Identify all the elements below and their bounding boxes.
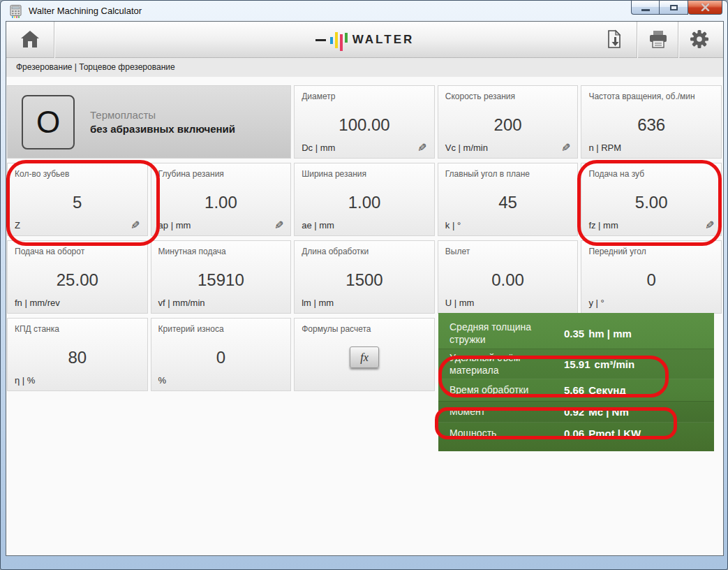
material-subtype: без абразивных включений xyxy=(90,123,235,135)
result-value: 0.35hm | mm xyxy=(564,328,632,339)
logo-bar-yellow xyxy=(335,32,338,48)
logo-bar-green xyxy=(345,33,348,43)
result-row-power: Мощность 0.06Pmot | KW xyxy=(438,423,714,444)
card-unit: % xyxy=(158,375,167,386)
export-button[interactable] xyxy=(596,23,632,55)
card-label: Главный угол в плане xyxy=(445,169,572,179)
card-machining-length: Длина обработки 1500 lm | mm xyxy=(294,240,435,314)
result-row-material-removal-rate: Удельный съём материала 15.91cm³/min xyxy=(438,349,714,379)
edit-pencil-icon[interactable]: ✎ xyxy=(274,219,283,232)
card-value: 15910 xyxy=(151,270,291,290)
card-unit: lm | mm xyxy=(302,298,334,308)
toolbar-separator xyxy=(637,22,637,58)
result-label: Мощность xyxy=(450,427,556,439)
toolbar-separator xyxy=(678,22,678,58)
card-unit: η | % xyxy=(15,375,35,386)
card-label: Длина обработки xyxy=(302,247,429,256)
card-value: 1.00 xyxy=(295,193,434,212)
card-spindle-speed: Частота вращения, об./мин 636 n | RPM xyxy=(581,85,722,159)
card-value: 80 xyxy=(8,348,147,367)
result-value: 0.92Mc | Nm xyxy=(564,406,629,418)
minimize-button[interactable] xyxy=(631,1,659,15)
breadcrumb: Фрезерование | Торцевое фрезерование xyxy=(6,58,723,77)
card-value: 636 xyxy=(581,115,721,135)
card-value: 5.00 xyxy=(581,193,721,212)
card-feed-per-tooth[interactable]: Подача на зуб 5.00 fz | mm ✎ xyxy=(581,163,722,236)
printer-icon xyxy=(648,30,668,48)
card-unit: ae | mm xyxy=(302,220,334,231)
card-label: Глубина резания xyxy=(158,169,285,179)
close-icon xyxy=(701,3,710,11)
card-depth-of-cut[interactable]: Глубина резания 1.00 ap | mm ✎ xyxy=(151,163,292,236)
card-label: Подача на оборот xyxy=(15,247,142,256)
card-value: 1500 xyxy=(295,270,434,290)
logo-wordmark: WALTER xyxy=(352,33,415,47)
card-value: 0.00 xyxy=(438,270,578,290)
gear-icon xyxy=(689,29,710,50)
result-label: Время обработки xyxy=(450,383,556,396)
edit-pencil-icon[interactable]: ✎ xyxy=(131,219,140,232)
card-value: 100.00 xyxy=(295,115,434,135)
result-row-torque: Момент 0.92Mc | Nm xyxy=(438,401,714,423)
card-feed-per-rev: Подача на оборот 25.00 fn | mm/rev xyxy=(7,240,148,314)
card-teeth-count[interactable]: Кол-во зубьев 5 Z ✎ xyxy=(7,163,148,236)
app-calculator-icon xyxy=(10,5,22,18)
result-row-machining-time: Время обработки 5.66Секунд xyxy=(438,379,714,401)
card-label: Вылет xyxy=(445,247,572,256)
card-machine-efficiency: КПД станка 80 η | % xyxy=(7,318,148,391)
card-unit: fn | mm/rev xyxy=(15,298,60,308)
export-document-icon xyxy=(606,29,623,49)
maximize-button[interactable] xyxy=(659,1,688,15)
card-label: Кол-во зубьев xyxy=(15,169,142,179)
card-wear-criterion: Критерий износа 0 % xyxy=(151,318,292,391)
card-value: 25.00 xyxy=(8,270,147,290)
card-unit: Vc | m/min xyxy=(445,142,488,153)
card-value: 0 xyxy=(581,270,721,290)
card-formulas: Формулы расчета fx xyxy=(294,318,435,391)
material-type: Термопласты xyxy=(90,109,235,121)
card-label: Диаметр xyxy=(302,92,429,101)
card-value: 5 xyxy=(8,193,147,212)
card-unit: Dc | mm xyxy=(302,142,335,153)
edit-pencil-icon[interactable]: ✎ xyxy=(417,141,426,154)
toolbar: WALTER xyxy=(6,22,723,58)
card-lead-angle: Главный угол в плане 45 k | ° xyxy=(438,163,579,236)
card-label: Подача на зуб xyxy=(588,169,715,179)
result-label: Удельный съём материала xyxy=(450,351,556,377)
minimize-icon xyxy=(641,9,650,11)
maximize-icon xyxy=(670,5,678,10)
print-button[interactable] xyxy=(640,23,676,55)
formulas-fx-button[interactable]: fx xyxy=(350,346,379,368)
window-controls xyxy=(631,1,722,15)
card-label: Скорость резания xyxy=(445,92,572,101)
card-unit: y | ° xyxy=(588,298,604,308)
result-value: 5.66Секунд xyxy=(564,384,626,396)
logo-bar-pink xyxy=(340,34,343,51)
edit-pencil-icon[interactable]: ✎ xyxy=(705,219,714,232)
card-unit: vf | mm/min xyxy=(158,298,205,308)
edit-pencil-icon[interactable]: ✎ xyxy=(561,141,570,154)
card-value: 45 xyxy=(438,193,578,212)
card-label: Частота вращения, об./мин xyxy=(588,92,715,101)
card-feed-rate: Минутная подача 15910 vf | mm/min xyxy=(151,240,292,314)
card-cutting-speed[interactable]: Скорость резания 200 Vc | m/min ✎ xyxy=(438,85,579,159)
results-panel: Средняя толщина стружки 0.35hm | mm Удел… xyxy=(438,313,714,451)
card-unit: U | mm xyxy=(445,298,475,308)
app-window: Walter Machining Calculator xyxy=(0,0,728,570)
material-card[interactable]: O Термопласты без абразивных включений xyxy=(7,85,291,159)
settings-button[interactable] xyxy=(681,23,718,55)
card-label: Минутная подача xyxy=(158,247,285,256)
card-value: 200 xyxy=(438,115,578,135)
result-value: 15.91cm³/min xyxy=(564,358,634,370)
card-label: Передний угол xyxy=(588,247,715,256)
result-row-chip-thickness: Средняя толщина стружки 0.35hm | mm xyxy=(438,318,714,349)
window-title: Walter Machining Calculator xyxy=(29,6,142,16)
logo-bar-blue xyxy=(330,37,333,44)
close-button[interactable] xyxy=(688,1,722,15)
card-diameter[interactable]: Диаметр 100.00 Dc | mm ✎ xyxy=(294,85,435,159)
card-unit: fz | mm xyxy=(588,220,618,231)
card-label: Критерий износа xyxy=(158,324,285,334)
card-overhang: Вылет 0.00 U | mm xyxy=(438,240,579,314)
client-area: WALTER xyxy=(6,21,724,556)
card-value: 1.00 xyxy=(151,193,291,212)
